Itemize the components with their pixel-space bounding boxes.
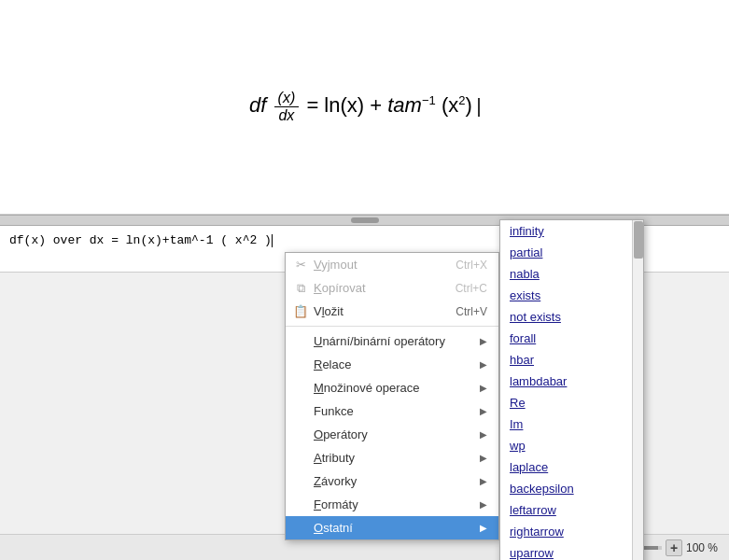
submenu-item-backepsilon[interactable]: backepsilon — [500, 478, 643, 499]
context-menu: ✂ Vyjmout Ctrl+X ⧉ Kopírovat Ctrl+C 📋 Vl… — [285, 252, 499, 540]
submenu-item-hbar[interactable]: hbar — [500, 349, 643, 371]
submenu-label-laplace: laplace — [510, 460, 548, 474]
submenu-label-re: Re — [510, 396, 526, 410]
fraction-denominator: dx — [274, 107, 298, 124]
submenu-arrow-mnozinove: ▶ — [480, 383, 487, 393]
submenu-label-exists: exists — [510, 288, 540, 302]
formula-ln: ln(x) — [324, 93, 364, 117]
menu-funkce-label: Funkce — [314, 404, 354, 418]
submenu-scrollbar-thumb — [634, 221, 643, 259]
menu-item-ostatni[interactable]: Ostatní ▶ — [286, 516, 498, 539]
submenu-arrow-unary: ▶ — [480, 336, 487, 346]
submenu-label-im: Im — [510, 417, 523, 431]
formula-exp: −1 — [422, 93, 436, 107]
menu-copy-label: Kopírovat — [314, 281, 366, 295]
submenu-item-laplace[interactable]: laplace — [500, 456, 643, 478]
text-cursor — [272, 234, 273, 247]
menu-paste-label: Vložit — [314, 304, 343, 318]
submenu-item-infinity[interactable]: infinity — [500, 220, 643, 242]
submenu-item-rightarrow[interactable]: rightarrow — [500, 521, 643, 542]
zoom-plus-button[interactable]: + — [666, 539, 682, 556]
submenu-label-partial: partial — [510, 245, 542, 259]
menu-unary-label: Unární/binární operátory — [314, 334, 445, 348]
submenu-arrow-atributy: ▶ — [480, 453, 487, 463]
submenu-item-exists[interactable]: exists — [500, 285, 643, 306]
paste-icon: 📋 — [293, 304, 308, 319]
menu-item-unary[interactable]: Unární/binární operátory ▶ — [286, 329, 498, 353]
submenu-label-infinity: infinity — [510, 224, 544, 238]
menu-atributy-label: Atributy — [314, 451, 355, 465]
formula-editor: df (x) dx = ln(x) + tam−1 (x2) — [0, 0, 729, 215]
menu-relace-label: Relace — [314, 357, 351, 371]
formula-fraction: (x) dx — [274, 90, 300, 124]
menu-item-formaty[interactable]: Formáty ▶ — [286, 493, 498, 516]
formula-equals: = — [306, 93, 318, 117]
submenu-label-wp: wp — [510, 439, 526, 453]
formula-tam: tam — [387, 93, 422, 117]
menu-item-atributy[interactable]: Atributy ▶ — [286, 446, 498, 469]
fraction-numerator: (x) — [274, 90, 300, 107]
submenu-label-leftarrow: leftarrow — [510, 503, 556, 517]
menu-item-funkce[interactable]: Funkce ▶ — [286, 399, 498, 423]
submenu-label-not-exists: not exists — [510, 310, 561, 324]
submenu-label-nabla: nabla — [510, 267, 540, 281]
formula-plus: + — [370, 93, 382, 117]
submenu-scroll-area: infinity partial nabla exists not exists… — [500, 220, 643, 560]
submenu-label-lambdabar: lambdabar — [510, 374, 567, 388]
submenu-arrow-formaty: ▶ — [480, 499, 487, 510]
submenu-item-re[interactable]: Re — [500, 392, 643, 413]
submenu-item-lambdabar[interactable]: lambdabar — [500, 371, 643, 392]
submenu-item-leftarrow[interactable]: leftarrow — [500, 499, 643, 521]
menu-paste-shortcut: Ctrl+V — [456, 305, 487, 318]
cut-icon: ✂ — [293, 258, 308, 273]
menu-item-copy[interactable]: ⧉ Kopírovat Ctrl+C — [286, 276, 498, 300]
menu-item-operatory[interactable]: Operátory ▶ — [286, 423, 498, 446]
submenu-ostatni: infinity partial nabla exists not exists… — [499, 219, 644, 560]
submenu-arrow-funkce: ▶ — [480, 406, 487, 416]
formula-arg: (x2) — [442, 93, 472, 117]
cursor — [478, 98, 480, 117]
submenu-item-not-exists[interactable]: not exists — [500, 306, 643, 328]
submenu-item-wp[interactable]: wp — [500, 435, 643, 456]
submenu-label-uparrow: uparrow — [510, 546, 554, 560]
menu-copy-shortcut: Ctrl+C — [456, 282, 487, 295]
menu-item-cut[interactable]: ✂ Vyjmout Ctrl+X — [286, 253, 498, 276]
menu-cut-label: Vyjmout — [314, 258, 357, 272]
menu-zavorky-label: Závorky — [314, 474, 357, 488]
submenu-item-nabla[interactable]: nabla — [500, 263, 643, 285]
submenu-item-forall[interactable]: forall — [500, 328, 643, 349]
submenu-scrollbar[interactable] — [632, 220, 643, 560]
menu-separator-1 — [286, 326, 498, 327]
menu-cut-shortcut: Ctrl+X — [456, 259, 487, 272]
formula-display: df (x) dx = ln(x) + tam−1 (x2) — [249, 90, 480, 124]
submenu-item-partial[interactable]: partial — [500, 242, 643, 263]
submenu-label-backepsilon: backepsilon — [510, 482, 574, 496]
submenu-label-hbar: hbar — [510, 353, 534, 367]
formula-df: d — [249, 93, 260, 117]
submenu-label-forall: forall — [510, 331, 536, 345]
zoom-value-label: 100 % — [686, 541, 722, 554]
menu-operatory-label: Operátory — [314, 427, 368, 441]
submenu-arrow-zavorky: ▶ — [480, 476, 487, 486]
submenu-arrow-relace: ▶ — [480, 359, 487, 370]
menu-ostatni-label: Ostatní — [314, 521, 353, 535]
menu-item-relace[interactable]: Relace ▶ — [286, 353, 498, 376]
copy-icon: ⧉ — [293, 281, 308, 296]
submenu-item-im[interactable]: Im — [500, 413, 643, 435]
menu-mnozinove-label: Množinové operace — [314, 381, 419, 395]
source-text: df(x) over dx = ln(x)+tam^-1 ( x^2 ) — [9, 233, 272, 247]
menu-item-paste[interactable]: 📋 Vložit Ctrl+V — [286, 300, 498, 323]
submenu-arrow-operatory: ▶ — [480, 429, 487, 440]
submenu-item-uparrow[interactable]: uparrow — [500, 542, 643, 560]
menu-item-zavorky[interactable]: Závorky ▶ — [286, 469, 498, 493]
menu-formaty-label: Formáty — [314, 497, 358, 511]
submenu-arrow-ostatni: ▶ — [480, 523, 487, 533]
submenu-label-rightarrow: rightarrow — [510, 525, 564, 539]
divider-handle — [351, 217, 379, 223]
menu-item-mnozinove[interactable]: Množinové operace ▶ — [286, 376, 498, 399]
